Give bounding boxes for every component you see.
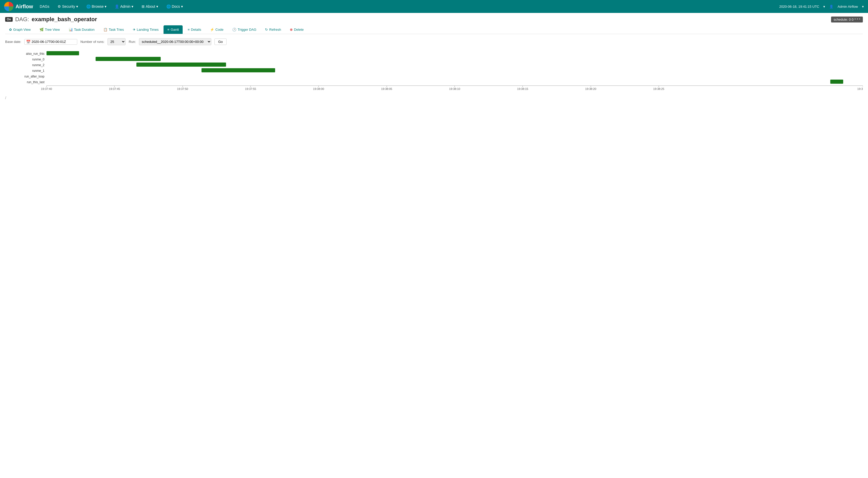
label-run-after-loop: run_after_loop xyxy=(10,73,46,79)
label-runme-1: runme_1 xyxy=(10,68,46,73)
admin-dropdown-icon: ▾ xyxy=(131,4,133,8)
details-icon: ≡ xyxy=(188,28,190,32)
dags-label: DAGs xyxy=(40,4,49,8)
gantt-row-run_after_loop xyxy=(46,73,863,79)
navbar: Airflow DAGs ⚙ Security ▾ 🌐 Browse ▾ 👤 A… xyxy=(0,0,868,13)
user-icon: 👤 xyxy=(829,5,833,8)
gantt-bar-runme_2[interactable] xyxy=(136,62,226,67)
security-label: Security xyxy=(62,4,75,8)
graph-icon: ✿ xyxy=(9,28,12,32)
gantt-row-runme_2 xyxy=(46,62,863,67)
tab-code[interactable]: ⚡ Code xyxy=(206,25,227,34)
user-label[interactable]: Admin Airflow xyxy=(838,5,858,8)
task-duration-icon: 📊 xyxy=(69,28,73,32)
tab-graph[interactable]: ✿ Graph View xyxy=(5,25,35,34)
nav-docs[interactable]: 🌐 Docs ▾ xyxy=(165,0,184,13)
gantt-labels: also_run_this runme_0 runme_2 runme_1 ru… xyxy=(10,50,46,93)
gantt-row-runme_0 xyxy=(46,56,863,62)
gantt-row-runme_1 xyxy=(46,67,863,73)
nav-security[interactable]: ⚙ Security ▾ xyxy=(56,0,80,13)
about-dropdown-icon: ▾ xyxy=(156,4,158,8)
gantt-bar-runme_1[interactable] xyxy=(202,68,275,72)
gantt-bar-also_run_this[interactable] xyxy=(46,51,79,55)
user-dropdown-icon: ▾ xyxy=(862,5,864,8)
brand[interactable]: Airflow xyxy=(4,2,33,11)
tick-label-19:38:00: 19:38:00 xyxy=(313,87,324,90)
nav-admin[interactable]: 👤 Admin ▾ xyxy=(113,0,135,13)
tab-landing-label: Landing Times xyxy=(137,28,159,32)
num-runs-select[interactable]: 25 xyxy=(107,38,126,45)
tab-task-tries-label: Task Tries xyxy=(109,28,124,32)
refresh-icon: ↻ xyxy=(265,28,268,32)
delete-icon: ⊗ xyxy=(290,28,293,32)
base-date-label: Base date: xyxy=(5,40,21,44)
nav-browse[interactable]: 🌐 Browse ▾ xyxy=(85,0,108,13)
about-icon: ⊞ xyxy=(142,4,145,8)
gantt-row-also_run_this xyxy=(46,50,863,56)
tab-trigger[interactable]: 🕐 Trigger DAG xyxy=(228,25,260,34)
label-also-run-this: also_run_this xyxy=(10,51,46,57)
footer-slash: / xyxy=(5,93,863,102)
docs-label: Docs xyxy=(172,4,180,8)
run-select[interactable]: scheduled__2020-06-17T00:00:00+00:00 xyxy=(139,38,211,45)
tree-icon: 🌿 xyxy=(39,28,44,32)
tick-label-19:37:55: 19:37:55 xyxy=(245,87,256,90)
tab-delete-label: Delete xyxy=(294,28,304,32)
label-run-this-last: run_this_last xyxy=(10,79,46,85)
tab-gantt[interactable]: ≡ Gantt xyxy=(163,25,183,34)
date-input-wrap[interactable]: 📅 xyxy=(24,39,77,45)
tab-refresh[interactable]: ↻ Refresh xyxy=(261,25,285,34)
docs-icon: 🌐 xyxy=(166,4,171,8)
tick-label-19:38:05: 19:38:05 xyxy=(381,87,392,90)
trigger-icon: 🕐 xyxy=(232,28,237,32)
tab-task-duration[interactable]: 📊 Task Duration xyxy=(65,25,98,34)
gantt-rows xyxy=(46,50,863,85)
calendar-icon[interactable]: 📅 xyxy=(26,40,30,44)
schedule-badge: schedule: 0 0 * * * xyxy=(831,17,863,23)
gantt-icon: ≡ xyxy=(167,28,169,32)
tab-details[interactable]: ≡ Details xyxy=(184,25,205,34)
tick-label-19:37:40: 19:37:40 xyxy=(41,87,52,90)
label-runme-2: runme_2 xyxy=(10,62,46,68)
tab-tree-label: Tree View xyxy=(45,28,60,32)
tab-tree[interactable]: 🌿 Tree View xyxy=(36,25,64,34)
main-content: On DAG: example_bash_operator schedule: … xyxy=(0,13,868,106)
num-runs-label: Number of runs: xyxy=(80,40,104,44)
browse-dropdown-icon: ▾ xyxy=(104,4,106,8)
base-date-input[interactable] xyxy=(32,40,75,44)
tab-code-label: Code xyxy=(215,28,223,32)
tab-delete[interactable]: ⊗ Delete xyxy=(286,25,308,34)
admin-icon: 👤 xyxy=(115,4,119,8)
gantt-bar-run_this_last[interactable] xyxy=(830,80,843,84)
dag-title: On DAG: example_bash_operator xyxy=(5,16,97,23)
tick-label-19:38:25: 19:38:25 xyxy=(653,87,664,90)
tab-task-tries[interactable]: 📋 Task Tries xyxy=(99,25,128,34)
browse-label: Browse xyxy=(92,4,104,8)
dag-prefix: DAG: xyxy=(15,16,29,23)
tab-graph-label: Graph View xyxy=(13,28,31,32)
docs-dropdown-icon: ▾ xyxy=(181,4,183,8)
gantt-inner: also_run_this runme_0 runme_2 runme_1 ru… xyxy=(10,50,863,93)
nav-dags[interactable]: DAGs xyxy=(38,0,51,13)
dag-header: On DAG: example_bash_operator schedule: … xyxy=(5,16,863,23)
go-button[interactable]: Go xyxy=(214,38,226,45)
on-badge[interactable]: On xyxy=(5,17,13,22)
gantt-bar-runme_0[interactable] xyxy=(96,57,161,61)
nav-about[interactable]: ⊞ About ▾ xyxy=(140,0,160,13)
airflow-logo xyxy=(4,2,13,11)
tab-trigger-label: Trigger DAG xyxy=(238,28,256,32)
gantt-chart-area: 19:37:4019:37:4519:37:5019:37:5519:38:00… xyxy=(46,50,863,93)
code-icon: ⚡ xyxy=(210,28,214,32)
label-runme-0: runme_0 xyxy=(10,57,46,62)
landing-icon: ✈ xyxy=(133,28,135,32)
task-tries-icon: 📋 xyxy=(103,28,107,32)
browse-icon: 🌐 xyxy=(86,4,91,8)
tick-label-19:38:10: 19:38:10 xyxy=(449,87,460,90)
view-tabs: ✿ Graph View 🌿 Tree View 📊 Task Duration… xyxy=(5,25,863,34)
datetime-display: 2020-06-18, 19:41:15 UTC xyxy=(779,5,819,8)
tab-landing-times[interactable]: ✈ Landing Times xyxy=(129,25,163,34)
admin-label: Admin xyxy=(120,4,130,8)
tab-task-duration-label: Task Duration xyxy=(74,28,95,32)
tab-details-label: Details xyxy=(191,28,201,32)
security-icon: ⚙ xyxy=(58,4,61,8)
